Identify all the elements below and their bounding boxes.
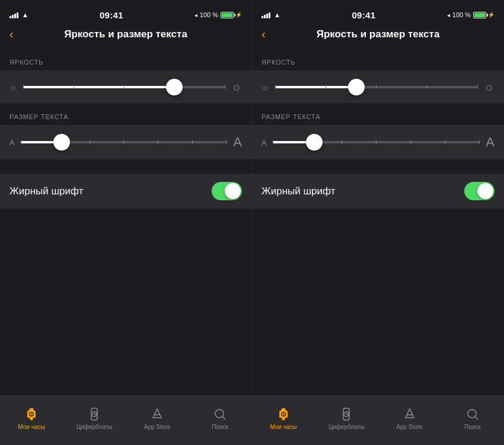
brightness-track-left[interactable] bbox=[23, 86, 225, 88]
tab-bar-right: Мои часы Циферблаты App Store bbox=[252, 396, 504, 445]
search-icon-tab-right bbox=[465, 406, 480, 422]
brightness-section-label-left: ЯРКОСТЬ bbox=[0, 49, 251, 71]
tab-label-watch-faces-left: Циферблаты bbox=[76, 424, 113, 430]
tab-search-left[interactable]: Поиск bbox=[189, 396, 251, 436]
battery-pct-left: 100 % bbox=[200, 11, 218, 18]
tab-watch-faces-right[interactable]: Циферблаты bbox=[315, 396, 378, 436]
text-size-section-label-right: РАЗМЕР ТЕКСТА bbox=[252, 104, 504, 125]
back-chevron-icon: ‹ bbox=[9, 28, 14, 40]
brightness-fill-right bbox=[275, 86, 356, 88]
text-size-slider-row-right: A A bbox=[252, 125, 504, 159]
watch-faces-icon-right bbox=[339, 406, 354, 422]
my-watch-icon-right bbox=[276, 406, 291, 422]
nav-bar-left: ‹ Яркость и размер текста bbox=[0, 26, 251, 44]
svg-line-3 bbox=[94, 414, 95, 415]
svg-line-9 bbox=[346, 414, 347, 415]
brightness-high-icon-right: ☼ bbox=[484, 80, 495, 94]
battery-icon-left: ⚡ bbox=[221, 12, 242, 18]
svg-point-4 bbox=[215, 409, 224, 418]
brightness-slider-row-right: ☼ ☼ bbox=[252, 71, 504, 103]
svg-line-5 bbox=[223, 417, 226, 420]
bold-font-row-left: Жирный шрифт bbox=[0, 174, 251, 209]
status-right-right: ◂ 100 % ⚡ bbox=[447, 11, 495, 18]
bold-font-toggle-left[interactable] bbox=[212, 182, 242, 200]
tab-label-watch-faces-right: Циферблаты bbox=[328, 424, 365, 430]
wifi-icon: ▲ bbox=[22, 11, 28, 18]
brightness-slider-row-left: ☼ ☼ bbox=[0, 71, 251, 103]
wifi-icon-right: ▲ bbox=[274, 11, 280, 18]
tab-app-store-right[interactable]: App Store bbox=[378, 396, 441, 436]
tab-label-app-store-left: App Store bbox=[144, 424, 170, 430]
bold-font-toggle-right[interactable] bbox=[464, 182, 495, 200]
battery-fill-right bbox=[474, 13, 485, 17]
my-watch-icon bbox=[24, 406, 39, 422]
text-size-slider-row-left: A A bbox=[0, 125, 251, 159]
brightness-low-icon-right: ☼ bbox=[261, 82, 269, 92]
status-right-left: ◂ 100 % ⚡ bbox=[194, 11, 242, 18]
content-right: ЯРКОСТЬ ☼ ☼ РАЗМЕР ТЕКСТА bbox=[252, 44, 504, 396]
status-bar-left: ▲ 09:41 ◂ 100 % ⚡ bbox=[0, 0, 251, 26]
text-size-track-right[interactable] bbox=[273, 141, 480, 143]
svg-point-10 bbox=[468, 409, 476, 418]
watch-faces-icon bbox=[87, 406, 102, 422]
tab-app-store-left[interactable]: App Store bbox=[126, 396, 189, 436]
tab-watch-faces-left[interactable]: Циферблаты bbox=[63, 396, 126, 436]
brightness-fill-left bbox=[23, 86, 175, 88]
text-size-track-left[interactable] bbox=[21, 141, 228, 143]
brightness-thumb-right[interactable] bbox=[348, 79, 365, 95]
battery-bolt-icon-right: ⚡ bbox=[488, 12, 495, 18]
back-chevron-icon-right: ‹ bbox=[261, 28, 266, 40]
text-size-small-icon: A bbox=[9, 138, 15, 147]
back-button-left[interactable]: ‹ bbox=[9, 28, 14, 40]
text-size-section-label-left: РАЗМЕР ТЕКСТА bbox=[0, 104, 251, 125]
bold-font-label-right: Жирный шрифт bbox=[261, 185, 335, 197]
left-panel: ▲ 09:41 ◂ 100 % ⚡ ‹ Яркость и размер тек… bbox=[0, 0, 252, 445]
tab-my-watch-right[interactable]: Мои часы bbox=[252, 396, 315, 436]
content-left: ЯРКОСТЬ ☼ ☼ РАЗМ bbox=[0, 44, 251, 396]
battery-pct-right: 100 % bbox=[452, 11, 471, 18]
text-size-thumb-right[interactable] bbox=[306, 134, 323, 151]
text-size-track-wrap-left bbox=[21, 141, 228, 143]
battery-fill bbox=[222, 13, 232, 17]
signal-icon-right bbox=[261, 11, 270, 18]
tab-label-my-watch-right: Мои часы bbox=[270, 424, 296, 430]
tab-search-right[interactable]: Поиск bbox=[441, 396, 504, 436]
brightness-section-label-right: ЯРКОСТЬ bbox=[252, 49, 504, 71]
text-size-large-icon-right: A bbox=[486, 135, 495, 150]
brightness-thumb-left[interactable] bbox=[166, 79, 183, 95]
page-title-left: Яркость и размер текста bbox=[64, 28, 187, 40]
brightness-track-right[interactable] bbox=[275, 86, 478, 88]
bold-font-row-right: Жирный шрифт bbox=[252, 174, 504, 209]
tab-label-app-store-right: App Store bbox=[396, 424, 422, 430]
text-size-thumb-left[interactable] bbox=[53, 134, 70, 151]
back-button-right[interactable]: ‹ bbox=[261, 28, 266, 40]
tab-label-search-left: Поиск bbox=[212, 424, 228, 430]
search-icon-tab-left bbox=[212, 406, 228, 422]
status-left-right: ▲ bbox=[261, 11, 280, 18]
tab-label-search-right: Поиск bbox=[464, 424, 481, 430]
text-size-large-icon: A bbox=[233, 135, 242, 150]
brightness-low-icon: ☼ bbox=[9, 82, 17, 92]
toggle-knob-right bbox=[477, 183, 493, 199]
nav-bar-right: ‹ Яркость и размер текста bbox=[252, 26, 504, 44]
page-title-right: Яркость и размер текста bbox=[317, 28, 440, 40]
tab-label-my-watch-left: Мои часы bbox=[18, 424, 44, 430]
battery-bolt-icon: ⚡ bbox=[235, 12, 242, 18]
brightness-track-wrap-left bbox=[23, 86, 225, 88]
svg-line-11 bbox=[475, 417, 478, 420]
bold-font-label-left: Жирный шрифт bbox=[9, 185, 83, 197]
time-display-right: 09:41 bbox=[352, 10, 375, 20]
battery-body-right bbox=[473, 12, 486, 18]
brightness-high-icon: ☼ bbox=[231, 80, 242, 94]
time-display-left: 09:41 bbox=[100, 10, 123, 20]
tab-bar-left: Мои часы Циферблаты App Store bbox=[0, 396, 251, 445]
battery-body bbox=[221, 12, 234, 18]
location-icon-right: ◂ bbox=[447, 12, 450, 18]
battery-icon-right: ⚡ bbox=[473, 12, 495, 18]
text-size-small-icon-right: A bbox=[261, 138, 267, 147]
status-left: ▲ bbox=[9, 11, 28, 18]
location-icon: ◂ bbox=[194, 12, 197, 18]
app-store-icon bbox=[149, 406, 165, 422]
tab-my-watch-left[interactable]: Мои часы bbox=[0, 396, 63, 436]
text-size-track-wrap-right bbox=[273, 141, 480, 143]
